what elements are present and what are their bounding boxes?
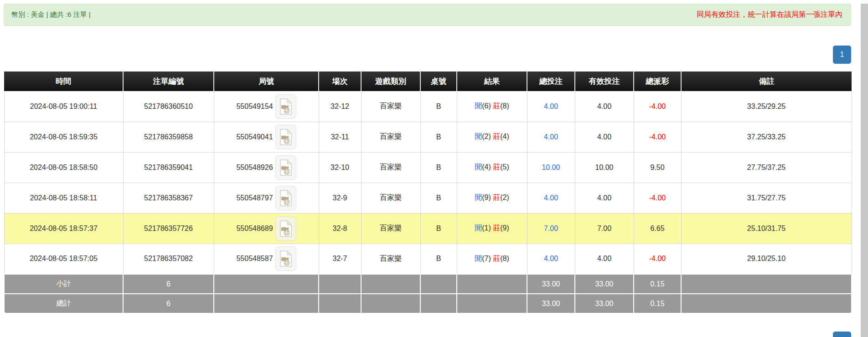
- round-id-text: 550549154: [236, 102, 273, 111]
- video-replay-button[interactable]: [275, 94, 296, 119]
- cell-bet-id: 521786360510: [123, 91, 214, 122]
- table-body: 2024-08-05 19:00:11521786360510550549154…: [4, 91, 852, 274]
- cell-result: 閒(7) 莊(8): [457, 244, 527, 274]
- cell-remark: 27.75/37.25: [681, 152, 852, 183]
- video-file-icon: [279, 189, 293, 207]
- table-row: 2024-08-05 18:58:50521786359041550548926…: [4, 152, 852, 183]
- footer-valid-bet: 33.00: [575, 274, 634, 294]
- video-replay-button[interactable]: [275, 216, 296, 241]
- result-player-label: 閒: [475, 133, 482, 140]
- result-player-label: 閒: [475, 255, 482, 262]
- table-row: 2024-08-05 19:00:11521786360510550549154…: [4, 91, 852, 122]
- cell-total-payout: -4.00: [634, 122, 681, 152]
- cell-total-payout: 9.50: [634, 152, 681, 183]
- table-row: 2024-08-05 18:57:37521786357726550548689…: [4, 213, 852, 244]
- cell-total-payout: -4.00: [634, 91, 681, 122]
- cell-round-id: 550548689: [214, 213, 319, 244]
- cell-time: 2024-08-05 18:57:37: [4, 213, 123, 244]
- video-replay-button[interactable]: [275, 246, 296, 271]
- cell-game-type: 百家樂: [361, 183, 420, 213]
- scrollbar-thumb[interactable]: [861, 4, 868, 337]
- cell-session: 32-9: [319, 183, 361, 213]
- result-player-value: (2): [482, 133, 493, 140]
- round-id-group: 550548587: [216, 246, 317, 271]
- total-bet-link[interactable]: 4.00: [544, 102, 558, 110]
- total-bet-link[interactable]: 4.00: [544, 133, 558, 141]
- footer-empty: [361, 294, 420, 313]
- footer-empty: [319, 294, 361, 313]
- round-id-group: 550549041: [216, 125, 317, 149]
- total-bet-link[interactable]: 4.00: [544, 255, 558, 262]
- footer-count: 6: [123, 294, 214, 313]
- cell-session: 32-10: [319, 152, 361, 183]
- footer-empty: [681, 274, 852, 294]
- result-banker-value: (4): [500, 133, 509, 140]
- round-id-text: 550548797: [236, 194, 273, 202]
- footer-empty: [420, 274, 457, 294]
- cell-remark: 29.10/25.10: [681, 244, 852, 274]
- result-player-label: 閒: [475, 224, 482, 232]
- video-replay-button[interactable]: [275, 155, 296, 180]
- footer-total-bet: 33.00: [527, 294, 575, 313]
- video-file-icon: [279, 220, 293, 237]
- cell-remark: 33.25/29.25: [681, 91, 852, 122]
- footer-empty: [420, 294, 457, 313]
- cell-result: 閒(4) 莊(5): [457, 152, 527, 183]
- cell-session: 32-7: [319, 244, 361, 274]
- footer-valid-bet: 33.00: [575, 294, 634, 313]
- page-button-1[interactable]: 1: [833, 46, 851, 64]
- column-header-round-id: 局號: [214, 71, 319, 91]
- cell-table-no: B: [420, 183, 457, 213]
- cell-result: 閒(1) 莊(9): [457, 213, 527, 244]
- pagination-top: 1: [4, 46, 851, 64]
- result-banker-label: 莊: [493, 255, 500, 262]
- cell-total-bet: 4.00: [527, 122, 575, 152]
- result-player-label: 閒: [475, 194, 482, 201]
- cell-session: 32-12: [319, 91, 361, 122]
- page-button-1[interactable]: 1: [833, 332, 851, 337]
- video-file-icon: [279, 98, 293, 115]
- round-id-text: 550549041: [236, 133, 273, 141]
- total-bet-link[interactable]: 4.00: [544, 194, 558, 202]
- cell-result: 閒(2) 莊(4): [457, 122, 527, 152]
- cell-table-no: B: [420, 213, 457, 244]
- video-file-icon: [279, 250, 293, 267]
- cell-bet-id: 521786359041: [123, 152, 214, 183]
- cell-round-id: 550549154: [214, 91, 319, 122]
- result-banker-value: (9): [500, 224, 509, 232]
- cell-round-id: 550548587: [214, 244, 319, 274]
- vertical-scrollbar: [861, 0, 868, 337]
- total-bet-link[interactable]: 10.00: [542, 163, 560, 171]
- summary-banner: 幣別 : 美金 | 總共 :6 注單 | 同局有效投注，統一計算在該局第一張注單…: [4, 4, 851, 26]
- footer-total-bet: 33.00: [527, 274, 575, 294]
- video-file-icon: [279, 128, 293, 146]
- column-header-remark: 備註: [681, 71, 852, 91]
- cell-game-type: 百家樂: [361, 152, 420, 183]
- cell-total-bet: 4.00: [527, 244, 575, 274]
- round-id-group: 550548689: [216, 216, 317, 241]
- result-banker-label: 莊: [493, 133, 500, 140]
- cell-total-payout: 6.65: [634, 213, 681, 244]
- result-banker-value: (8): [500, 255, 509, 262]
- result-banker-value: (2): [500, 194, 509, 201]
- video-replay-button[interactable]: [275, 186, 296, 210]
- result-banker-value: (8): [500, 102, 509, 110]
- result-player-value: (4): [482, 163, 493, 171]
- result-player-label: 閒: [475, 163, 482, 171]
- column-header-table-no: 桌號: [420, 71, 457, 91]
- cell-valid-bet: 4.00: [575, 244, 634, 274]
- result-player-value: (9): [482, 194, 493, 201]
- cell-bet-id: 521786357726: [123, 213, 214, 244]
- result-player-value: (6): [482, 102, 493, 110]
- cell-valid-bet: 10.00: [575, 152, 634, 183]
- pagination-bottom: 1: [4, 332, 851, 337]
- total-bet-link[interactable]: 7.00: [544, 225, 558, 232]
- result-banker-label: 莊: [493, 224, 500, 232]
- video-replay-button[interactable]: [275, 125, 296, 149]
- footer-total-payout: 0.15: [634, 294, 681, 313]
- cell-remark: 25.10/31.75: [681, 213, 852, 244]
- round-id-text: 550548689: [236, 225, 273, 233]
- cell-session: 32-11: [319, 122, 361, 152]
- video-file-icon: [279, 159, 293, 176]
- cell-valid-bet: 4.00: [575, 91, 634, 122]
